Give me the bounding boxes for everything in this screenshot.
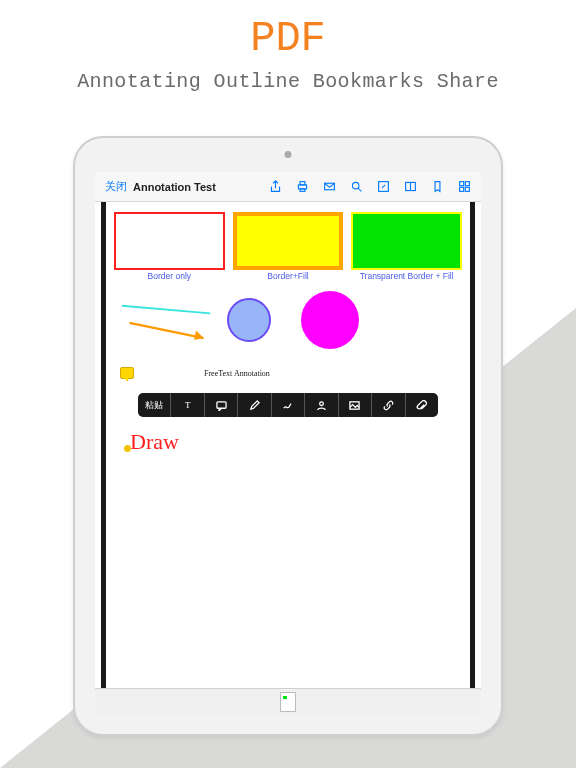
pdf-page[interactable]: Border only Border+Fill Transparent Bord…: [101, 202, 475, 688]
svg-line-12: [130, 323, 204, 338]
selection-handle[interactable]: [124, 445, 131, 452]
svg-line-11: [122, 306, 210, 314]
thumbnail-strip[interactable]: [95, 688, 481, 714]
promo-title: PDF: [0, 18, 576, 60]
svg-rect-0: [298, 185, 306, 189]
svg-point-15: [320, 401, 324, 405]
promo-subtitle: Annotating Outline Bookmarks Share: [0, 70, 576, 93]
book-icon[interactable]: [404, 180, 417, 193]
promo-header: PDF Annotating Outline Bookmarks Share: [0, 0, 576, 93]
share-icon[interactable]: [269, 180, 282, 193]
note-icon[interactable]: [120, 367, 134, 379]
svg-rect-2: [300, 189, 305, 191]
shape-caption: Border only: [114, 271, 225, 281]
link-icon[interactable]: [372, 393, 405, 417]
user-icon[interactable]: [305, 393, 338, 417]
grid-icon[interactable]: [458, 180, 471, 193]
print-icon[interactable]: [296, 180, 309, 193]
draw-text: Draw: [130, 429, 179, 454]
arrow-lines[interactable]: [120, 295, 215, 345]
bookmark-icon[interactable]: [431, 180, 444, 193]
page-thumbnail[interactable]: [280, 692, 296, 712]
svg-point-4: [352, 182, 359, 189]
rect-transparent-border-fill[interactable]: [351, 212, 462, 270]
attach-icon[interactable]: [406, 393, 438, 417]
comment-icon[interactable]: [205, 393, 238, 417]
app-screen: 关闭 Annotation Test Border only: [95, 172, 481, 714]
draw-icon[interactable]: [272, 393, 305, 417]
image-icon[interactable]: [339, 393, 372, 417]
circle-small[interactable]: [227, 298, 271, 342]
freetext-annotation[interactable]: FreeText Annotation: [204, 369, 270, 378]
annotation-toolbar: 粘贴 T: [138, 393, 438, 417]
top-toolbar: 关闭 Annotation Test: [95, 172, 481, 202]
pencil-icon[interactable]: [238, 393, 271, 417]
handdrawn-annotation[interactable]: Draw: [114, 429, 462, 455]
svg-rect-9: [460, 187, 464, 191]
svg-rect-7: [460, 182, 464, 186]
rect-border-only[interactable]: [114, 212, 225, 270]
svg-rect-14: [217, 401, 226, 407]
svg-rect-10: [465, 187, 469, 191]
mail-icon[interactable]: [323, 180, 336, 193]
camera-dot: [285, 151, 292, 158]
edit-icon[interactable]: [377, 180, 390, 193]
paste-button[interactable]: 粘贴: [138, 393, 171, 417]
text-icon[interactable]: T: [171, 393, 204, 417]
svg-rect-8: [465, 182, 469, 186]
circle-large[interactable]: [301, 291, 359, 349]
close-button[interactable]: 关闭: [99, 179, 133, 194]
shape-caption: Border+Fill: [233, 271, 344, 281]
search-icon[interactable]: [350, 180, 363, 193]
shape-caption: Transparent Border + Fill: [351, 271, 462, 281]
rect-border-fill[interactable]: [233, 212, 344, 270]
doc-title: Annotation Test: [133, 181, 216, 193]
svg-rect-1: [300, 182, 305, 185]
device-frame: 关闭 Annotation Test Border only: [73, 136, 503, 736]
